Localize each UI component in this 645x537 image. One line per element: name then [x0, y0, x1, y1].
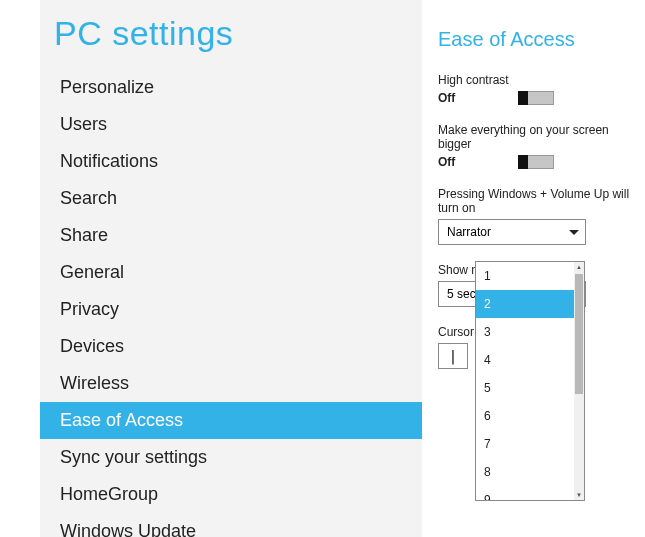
- sidebar-item-ease-of-access[interactable]: Ease of Access: [40, 402, 422, 439]
- magnifier-state: Off: [438, 155, 518, 169]
- scrollbar[interactable]: ▲ ▼: [574, 262, 584, 500]
- magnifier-toggle[interactable]: [518, 155, 554, 169]
- sidebar-item-users[interactable]: Users: [40, 106, 422, 143]
- sidebar-item-privacy[interactable]: Privacy: [40, 291, 422, 328]
- sidebar-item-homegroup[interactable]: HomeGroup: [40, 476, 422, 513]
- magnifier-label: Make everything on your screen bigger: [438, 123, 645, 151]
- sidebar-item-wireless[interactable]: Wireless: [40, 365, 422, 402]
- dropdown-option[interactable]: 9: [476, 486, 574, 500]
- sidebar-item-personalize[interactable]: Personalize: [40, 69, 422, 106]
- dropdown-option[interactable]: 8: [476, 458, 574, 486]
- toggle-knob: [518, 155, 528, 169]
- chevron-down-icon: [569, 230, 579, 235]
- winvol-select[interactable]: Narrator: [438, 219, 586, 245]
- sidebar-item-general[interactable]: General: [40, 254, 422, 291]
- high-contrast-setting: High contrast Off: [438, 73, 645, 105]
- scroll-up-icon[interactable]: ▲: [574, 262, 584, 272]
- dropdown-option[interactable]: 3: [476, 318, 574, 346]
- sidebar-title: PC settings: [40, 14, 422, 69]
- winvol-setting: Pressing Windows + Volume Up will turn o…: [438, 187, 645, 245]
- cursor-preview: |: [438, 343, 468, 369]
- winvol-value: Narrator: [447, 225, 491, 239]
- high-contrast-state: Off: [438, 91, 518, 105]
- sidebar: PC settings PersonalizeUsersNotification…: [40, 0, 422, 537]
- dropdown-option[interactable]: 2: [476, 290, 574, 318]
- main-title: Ease of Access: [438, 28, 645, 51]
- scrollbar-thumb[interactable]: [575, 274, 583, 394]
- magnifier-setting: Make everything on your screen bigger Of…: [438, 123, 645, 169]
- sidebar-item-share[interactable]: Share: [40, 217, 422, 254]
- sidebar-item-windows-update[interactable]: Windows Update: [40, 513, 422, 537]
- cursor-thickness-dropdown[interactable]: 123456789 ▲ ▼: [475, 261, 585, 501]
- dropdown-option[interactable]: 1: [476, 262, 574, 290]
- sidebar-item-notifications[interactable]: Notifications: [40, 143, 422, 180]
- dropdown-option[interactable]: 5: [476, 374, 574, 402]
- toggle-knob: [518, 91, 528, 105]
- sidebar-item-devices[interactable]: Devices: [40, 328, 422, 365]
- winvol-label: Pressing Windows + Volume Up will turn o…: [438, 187, 645, 215]
- scroll-down-icon[interactable]: ▼: [574, 490, 584, 500]
- high-contrast-toggle[interactable]: [518, 91, 554, 105]
- dropdown-option[interactable]: 7: [476, 430, 574, 458]
- sidebar-item-search[interactable]: Search: [40, 180, 422, 217]
- high-contrast-label: High contrast: [438, 73, 645, 87]
- dropdown-option[interactable]: 4: [476, 346, 574, 374]
- sidebar-item-sync-your-settings[interactable]: Sync your settings: [40, 439, 422, 476]
- dropdown-option[interactable]: 6: [476, 402, 574, 430]
